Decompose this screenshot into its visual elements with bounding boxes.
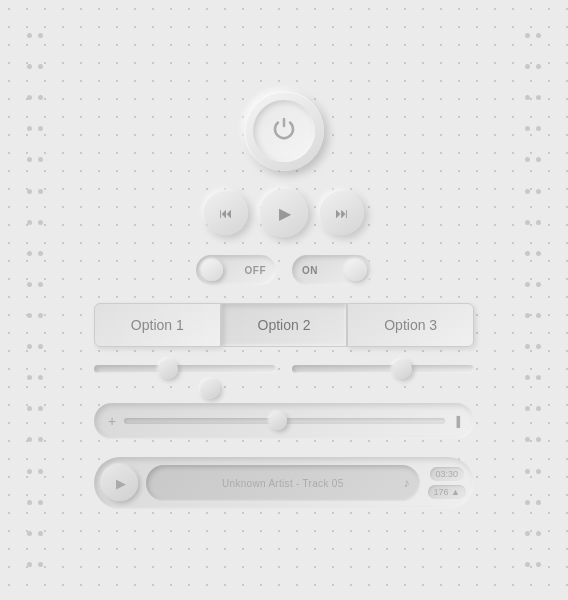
music-player: ▶ Unknown Artist - Track 05 ♪ 03:30 176 … <box>94 457 474 509</box>
options-row: Option 1 Option 2 Option 3 <box>94 303 474 347</box>
music-note-icon: ♪ <box>404 476 410 490</box>
toggle-off-label: OFF <box>245 265 267 276</box>
toggle-off[interactable]: OFF <box>196 255 276 285</box>
mp-play-icon: ▶ <box>116 476 126 491</box>
mp-track-name: Unknown Artist - Track 05 <box>222 478 343 489</box>
option3-button[interactable]: Option 3 <box>347 303 474 347</box>
volume-min-icon: + <box>108 413 116 429</box>
mp-count: 176 ▲ <box>428 485 466 499</box>
toggle-on-label: ON <box>302 265 318 276</box>
sliders-container <box>94 365 474 385</box>
rewind-icon: ⏮ <box>219 205 233 221</box>
toggle-on-knob <box>345 259 367 281</box>
fastforward-icon: ⏭ <box>335 205 349 221</box>
option2-button[interactable]: Option 2 <box>221 303 348 347</box>
power-button[interactable] <box>244 91 324 171</box>
rewind-button[interactable]: ⏮ <box>204 191 248 235</box>
volume-slider[interactable]: + ▐ <box>94 403 474 439</box>
slider-1[interactable] <box>94 365 276 373</box>
ui-container: ⏮ ▶ ⏭ OFF ON Option 1 Option 2 Option <box>74 91 494 509</box>
toggle-off-knob <box>201 259 223 281</box>
volume-thumb[interactable] <box>269 412 287 430</box>
mp-time: 03:30 <box>430 467 465 481</box>
play-button[interactable]: ▶ <box>260 189 308 237</box>
mp-track-area: Unknown Artist - Track 05 ♪ <box>146 465 420 501</box>
play-icon: ▶ <box>279 204 291 223</box>
power-icon <box>271 116 297 146</box>
media-controls: ⏮ ▶ ⏭ <box>204 189 364 237</box>
dots-right <box>518 20 548 580</box>
option1-button[interactable]: Option 1 <box>94 303 221 347</box>
slider-2[interactable] <box>292 365 474 373</box>
sliders-top-row <box>94 365 474 373</box>
slider-2-thumb[interactable] <box>392 359 412 379</box>
volume-track <box>124 418 445 424</box>
page-background: ⏮ ▶ ⏭ OFF ON Option 1 Option 2 Option <box>0 0 568 600</box>
mp-play-button[interactable]: ▶ <box>102 465 138 501</box>
slider-3-thumb[interactable] <box>200 379 220 399</box>
volume-max-icon: ▐ <box>453 416 460 427</box>
fastforward-button[interactable]: ⏭ <box>320 191 364 235</box>
toggle-on[interactable]: ON <box>292 255 372 285</box>
power-button-inner <box>253 100 315 162</box>
mp-info-column: 03:30 176 ▲ <box>428 467 466 499</box>
toggles-row: OFF ON <box>196 255 372 285</box>
slider-1-thumb[interactable] <box>158 359 178 379</box>
dots-left <box>20 20 50 580</box>
